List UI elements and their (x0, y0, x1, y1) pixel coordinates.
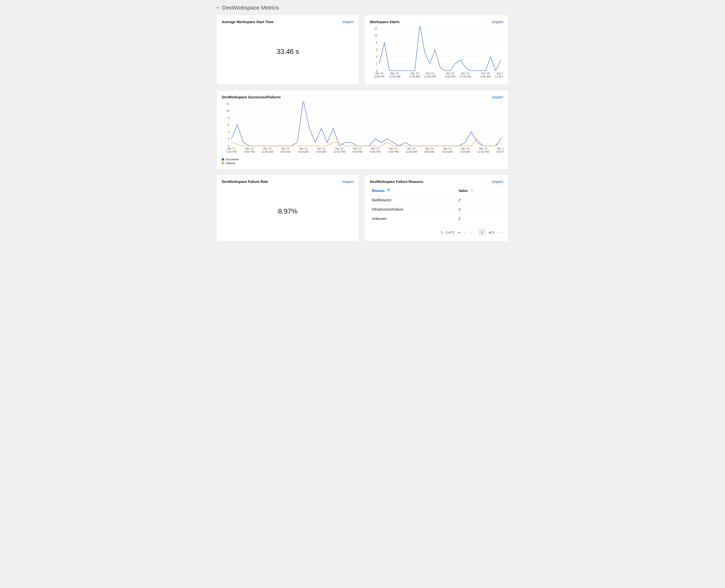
panel-title: DevWorkspace Successes/Failures (222, 95, 281, 99)
legend-item: Successes (222, 158, 503, 161)
svg-text:12:00 AM: 12:00 AM (459, 75, 471, 78)
svg-text:Apr 14: Apr 14 (482, 72, 490, 75)
svg-text:Apr 14: Apr 14 (497, 72, 503, 75)
svg-text:3:00 AM: 3:00 AM (280, 150, 290, 153)
svg-text:9:00 PM: 9:00 PM (388, 150, 399, 153)
table-header-label: Reason (372, 189, 385, 193)
legend-label: Successes (225, 158, 239, 161)
svg-text:4: 4 (228, 130, 229, 133)
svg-text:8: 8 (228, 116, 229, 119)
svg-text:2: 2 (228, 138, 229, 141)
svg-text:4: 4 (376, 55, 377, 58)
svg-text:Apr 13: Apr 13 (389, 147, 397, 150)
svg-text:12: 12 (374, 27, 377, 30)
panel-failure-rate: DevWorkspace Failure Rate Inspect 8.97% (217, 175, 359, 241)
paginator: 1 - 3 of 3 | « ‹ of 1 › » (370, 229, 503, 235)
panel-avg-start-time: Average Workspace Start Time Inspect 33.… (217, 15, 359, 85)
svg-text:Apr 14: Apr 14 (479, 147, 487, 150)
inspect-button[interactable]: Inspect (492, 180, 503, 184)
svg-text:Apr 14: Apr 14 (425, 147, 433, 150)
svg-text:12:00 PM: 12:00 PM (333, 150, 345, 153)
svg-text:9:00 PM: 9:00 PM (244, 150, 255, 153)
svg-text:6:00 PM: 6:00 PM (226, 150, 237, 153)
inspect-button[interactable]: Inspect (492, 95, 503, 99)
svg-text:Apr 14: Apr 14 (461, 147, 469, 150)
failure-rate-value: 8.97% (222, 186, 354, 236)
svg-text:12:00 PM: 12:00 PM (477, 150, 489, 153)
panel-workspace-starts: Workspace Starts Inspect 024681012Apr 12… (364, 15, 508, 85)
svg-text:6:00 AM: 6:00 AM (298, 150, 308, 153)
svg-text:12:00 AM: 12:00 AM (405, 150, 417, 153)
legend-label: Failures (225, 162, 235, 165)
svg-text:2: 2 (376, 62, 377, 65)
legend-item: Failures (222, 162, 503, 165)
panel-title: DevWorkspace Failure Reasons (370, 180, 423, 184)
success-fail-chart: 024681012Apr 126:00 PMApr 129:00 PMApr 1… (222, 102, 504, 154)
svg-text:Apr 13: Apr 13 (263, 147, 271, 150)
workspace-starts-chart: 024681012Apr 126:00 PMApr 1312:00 AMApr … (370, 26, 503, 79)
svg-text:Apr 14: Apr 14 (407, 147, 415, 150)
legend-swatch-icon (222, 162, 224, 164)
panel-title: Workspace Starts (370, 20, 400, 24)
svg-text:Apr 13: Apr 13 (390, 72, 399, 75)
svg-text:Apr 13: Apr 13 (410, 72, 419, 75)
value-cell: 2 (457, 214, 503, 224)
svg-text:6:00 AM: 6:00 AM (442, 150, 452, 153)
panel-title: Average Workspace Start Time (222, 20, 274, 24)
svg-text:10: 10 (226, 109, 229, 112)
last-page-button[interactable]: » (501, 230, 503, 234)
svg-text:6:00 PM: 6:00 PM (445, 75, 456, 78)
prev-page-button[interactable]: ‹ (474, 230, 475, 234)
svg-text:9:00 AM: 9:00 AM (460, 150, 470, 153)
svg-text:Apr 13: Apr 13 (335, 147, 343, 150)
inspect-button[interactable]: Inspect (342, 180, 354, 184)
svg-text:6:00 AM: 6:00 AM (409, 75, 420, 78)
svg-text:6: 6 (376, 48, 377, 51)
svg-text:6:00 PM: 6:00 PM (374, 75, 385, 78)
reason-cell: InfrastructureFailure (370, 205, 457, 214)
table-header-value[interactable]: Value (457, 186, 503, 195)
reason-cell: BadRequest (370, 195, 457, 205)
svg-text:8: 8 (376, 41, 377, 44)
sort-asc-icon (387, 189, 390, 193)
svg-text:Apr 13: Apr 13 (299, 147, 307, 150)
section-title: DevWorkspace Metrics (222, 4, 279, 11)
page-number-input[interactable] (478, 229, 486, 235)
svg-text:3:00 PM: 3:00 PM (496, 150, 504, 153)
inspect-button[interactable]: Inspect (492, 20, 503, 24)
section-header[interactable]: DevWorkspace Metrics (217, 4, 508, 11)
table-header-reason[interactable]: Reason (370, 186, 457, 195)
table-row: BadRequest2 (370, 195, 503, 205)
reason-cell: Unknown (370, 214, 457, 224)
svg-text:Apr 14: Apr 14 (497, 147, 504, 150)
svg-text:6:00 PM: 6:00 PM (370, 150, 380, 153)
svg-text:12:00 AM: 12:00 AM (262, 150, 273, 153)
svg-text:3:00 AM: 3:00 AM (424, 150, 434, 153)
svg-text:9:00 AM: 9:00 AM (316, 150, 326, 153)
svg-text:Apr 12: Apr 12 (375, 72, 383, 75)
svg-text:Apr 12: Apr 12 (227, 147, 235, 150)
svg-text:Apr 13: Apr 13 (446, 72, 454, 75)
chevron-down-icon (217, 6, 220, 10)
legend-swatch-icon (222, 158, 224, 161)
panel-success-fail: DevWorkspace Successes/Failures Inspect … (217, 90, 508, 169)
panel-title: DevWorkspace Failure Rate (222, 180, 268, 184)
value-cell: 2 (457, 205, 503, 214)
svg-text:Apr 13: Apr 13 (426, 72, 434, 75)
legend: Successes Failures (222, 158, 503, 165)
avg-start-value: 33.46 s (222, 26, 354, 77)
first-page-button[interactable]: « (469, 230, 471, 234)
svg-text:6: 6 (228, 123, 229, 126)
pagination-summary[interactable]: 1 - 3 of 3 (441, 230, 454, 234)
table-row: InfrastructureFailure2 (370, 205, 503, 214)
svg-text:Apr 13: Apr 13 (353, 147, 361, 150)
dropdown-caret-icon[interactable] (458, 230, 460, 234)
svg-text:6:00 AM: 6:00 AM (481, 75, 491, 78)
svg-text:12:00 PM: 12:00 PM (495, 75, 503, 78)
page-of-label: of 1 (489, 230, 495, 234)
inspect-button[interactable]: Inspect (342, 20, 354, 24)
panel-failure-reasons: DevWorkspace Failure Reasons Inspect Rea… (364, 175, 508, 241)
value-cell: 2 (457, 195, 503, 205)
next-page-button[interactable]: › (497, 230, 498, 234)
svg-text:3:00 PM: 3:00 PM (352, 150, 363, 153)
